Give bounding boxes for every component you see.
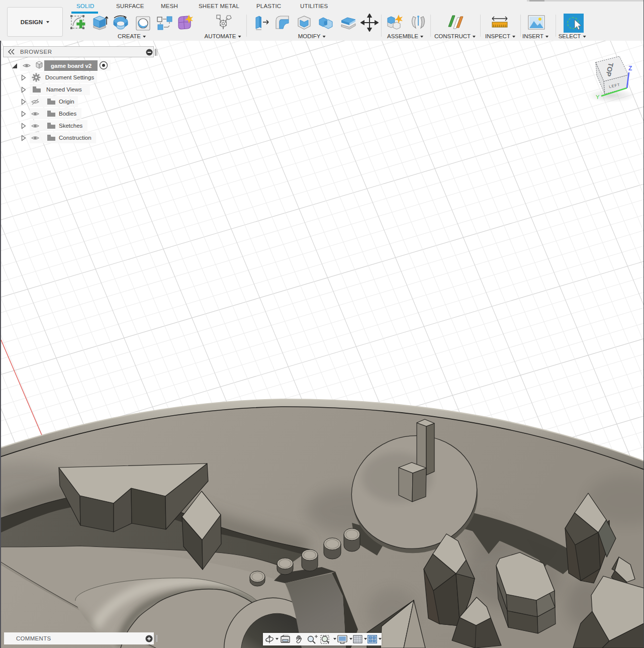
svg-text:Y: Y xyxy=(596,94,600,100)
svg-text:Z: Z xyxy=(628,65,632,72)
